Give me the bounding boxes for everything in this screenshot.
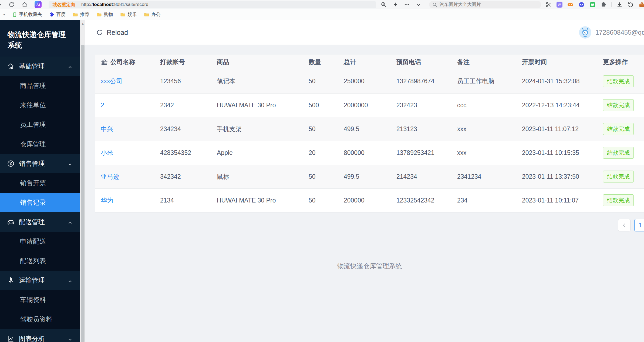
reader-extension-icon[interactable]: [589, 1, 596, 8]
folder-icon: [120, 12, 126, 17]
user-account[interactable]: 1728608455@qq.com: [579, 20, 644, 45]
sidebar-section-label: 图表分析: [19, 334, 45, 342]
cell-product: 手机支架: [211, 117, 303, 141]
sidebar-item-vehicle-info[interactable]: 车辆资料: [0, 290, 80, 310]
more-options-icon[interactable]: [404, 2, 410, 8]
sidebar-item-sales-record[interactable]: 销售记录: [0, 193, 80, 212]
sidebar-item-label: 配送列表: [20, 257, 46, 265]
forward-icon[interactable]: [0, 1, 3, 8]
reload-button[interactable]: Reload: [96, 29, 128, 36]
company-link[interactable]: 华为: [101, 197, 113, 204]
company-link[interactable]: xxx公司: [101, 78, 123, 85]
url-protocol: http://: [81, 2, 93, 7]
pagination-prev-button[interactable]: [618, 219, 630, 231]
cell-qty: 50: [303, 117, 338, 141]
folder-icon: [144, 12, 149, 17]
lightning-icon[interactable]: [392, 2, 398, 8]
zoom-icon[interactable]: [381, 2, 387, 8]
browser-search-box[interactable]: [429, 1, 541, 8]
browser-toolbar: AI 域名重定向 http://localhost:8081/sale/reco…: [0, 0, 644, 9]
cell-qty: 500: [303, 93, 338, 117]
scrollbar-up-arrow[interactable]: ▲: [80, 22, 86, 25]
sidebar-section-delivery-mgmt[interactable]: 配送管理: [0, 212, 80, 232]
address-bar[interactable]: 域名重定向 http://localhost:8081/sale/record: [49, 1, 376, 8]
settle-complete-button[interactable]: 结款完成: [603, 75, 634, 87]
downloads-icon[interactable]: [616, 1, 623, 8]
sidebar-item-partner-units[interactable]: 来往单位: [0, 95, 80, 115]
cell-remark: 员工工作电脑: [452, 69, 517, 93]
bookmark-folder-entertainment[interactable]: 娱乐: [120, 11, 137, 18]
cell-remark: 234: [452, 188, 517, 212]
bookmarks-caret-icon[interactable]: ▾: [3, 12, 5, 16]
bookmark-folder-recommend[interactable]: 推荐: [73, 11, 89, 18]
cell-time: 2023-01-11 13:37:50: [517, 165, 598, 188]
chevron-down-icon: [68, 336, 73, 341]
company-link[interactable]: 亚马逊: [101, 173, 119, 180]
search-input[interactable]: [440, 2, 531, 7]
cell-account: 2134: [155, 188, 211, 212]
reload-page-icon[interactable]: [8, 1, 15, 8]
sidebar-section-basic-mgmt[interactable]: 基础管理: [0, 57, 80, 76]
table-header-row: 公司名称 打款帐号 商品 数量 总计 预留电话 备注 开票时间 更多操作: [95, 55, 644, 69]
settle-complete-button[interactable]: 结款完成: [603, 99, 634, 111]
bookmark-mobile-favorites[interactable]: 手机收藏夹: [12, 11, 42, 18]
settle-complete-button[interactable]: 结款完成: [603, 194, 634, 206]
cell-account: 234234: [155, 117, 211, 141]
sidebar-item-label: 仓库管理: [20, 140, 46, 148]
yen-circle-icon: [7, 160, 15, 167]
extensions-puzzle-icon[interactable]: [600, 1, 607, 8]
chevron-up-icon: [68, 64, 73, 69]
history-undo-icon[interactable]: [627, 1, 634, 8]
app-title: 物流快递仓库管理系统: [0, 20, 80, 57]
sidebar-item-warehouse-mgmt[interactable]: 仓库管理: [0, 134, 80, 154]
toolbar-divider: [611, 2, 612, 7]
toolbar-collapse-icon[interactable]: [416, 2, 422, 8]
bookmark-label: 推荐: [80, 11, 89, 18]
rocket-icon: [7, 277, 15, 284]
translate-extension-icon[interactable]: 译: [557, 2, 562, 8]
sidebar-item-label: 申请配送: [20, 237, 46, 246]
sidebar-section-chart-analysis[interactable]: 图表分析: [0, 329, 80, 342]
scissors-icon[interactable]: [545, 1, 552, 8]
sidebar-item-product-mgmt[interactable]: 商品管理: [0, 76, 80, 95]
bookmark-label: 办公: [151, 11, 161, 18]
phone-icon: [12, 12, 17, 17]
cell-product: Apple: [211, 141, 303, 165]
sidebar-section-label: 基础管理: [19, 62, 45, 71]
column-header: 公司名称: [110, 58, 135, 66]
cell-phone: 232423: [391, 93, 452, 117]
settle-complete-button[interactable]: 结款完成: [603, 171, 634, 182]
sidebar: 物流快递仓库管理系统 基础管理 商品管理 来往单位 员工管理 仓库管理 销售管理…: [0, 20, 80, 342]
sidebar-item-apply-delivery[interactable]: 申请配送: [0, 232, 80, 251]
table-row: 2 2342 HUWAI MATE 30 Pro 500 2000000 232…: [95, 93, 644, 117]
company-link[interactable]: 2: [101, 102, 104, 109]
bookmark-folder-office[interactable]: 办公: [144, 11, 161, 18]
settle-complete-button[interactable]: 结款完成: [603, 147, 634, 159]
bookmark-baidu[interactable]: 百度: [49, 11, 66, 18]
settle-complete-button[interactable]: 结款完成: [603, 123, 634, 135]
cell-remark: 2341234: [452, 165, 517, 188]
sidebar-item-label: 销售开票: [20, 179, 46, 187]
cell-phone: 12332542342: [391, 188, 452, 212]
sidebar-item-driver-info[interactable]: 驾驶员资料: [0, 310, 80, 329]
game-extension-icon[interactable]: [567, 1, 574, 8]
page-scrollbar[interactable]: ▲: [80, 20, 85, 342]
bookmark-folder-shopping[interactable]: 购物: [96, 11, 113, 18]
sidebar-section-transport-mgmt[interactable]: 运输管理: [0, 271, 80, 290]
sidebar-item-sales-invoice[interactable]: 销售开票: [0, 173, 80, 193]
pagination-page-1-button[interactable]: 1: [634, 219, 644, 231]
ai-assistant-icon[interactable]: AI: [35, 1, 42, 8]
company-link[interactable]: 小米: [101, 149, 113, 156]
cell-qty: 20: [303, 141, 338, 165]
sales-record-table-card: 公司名称 打款帐号 商品 数量 总计 预留电话 备注 开票时间 更多操作: [95, 55, 644, 212]
company-link[interactable]: 中兴: [101, 125, 113, 132]
sidebar-item-staff-mgmt[interactable]: 员工管理: [0, 115, 80, 134]
sidebar-item-delivery-list[interactable]: 配送列表: [0, 251, 80, 271]
home-icon[interactable]: [21, 1, 28, 8]
assistant-extension-icon[interactable]: [578, 1, 585, 8]
column-header: 预留电话: [391, 55, 452, 69]
sidebar-section-sales-mgmt[interactable]: 销售管理: [0, 154, 80, 173]
workspace-briefcase-icon[interactable]: [638, 1, 644, 8]
cell-product: HUWAI MATE 30 Pro: [211, 188, 303, 212]
scrollbar-thumb[interactable]: [81, 45, 85, 342]
